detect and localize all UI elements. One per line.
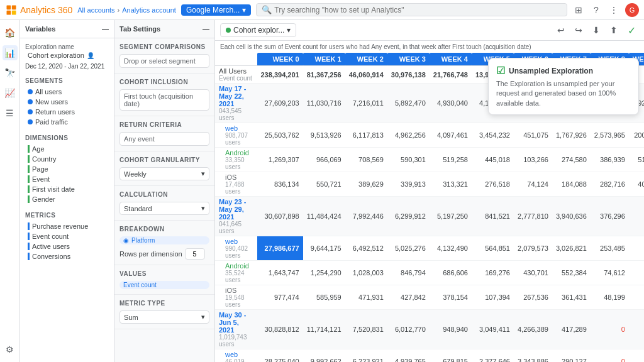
dimension-country[interactable]: Country <box>25 154 109 164</box>
metric-conversions[interactable]: Conversions <box>25 251 109 261</box>
table-row-platform: Android 33,350 users 1,269,307966,069708… <box>215 148 644 172</box>
breakdown-section: BREAKDOWN ◉ Platform Rows per dimension <box>114 221 214 265</box>
table-row-platform: web 990,402 users 27,986,6779,644,1756,4… <box>215 236 644 261</box>
segment-drop-field[interactable]: Drop or select segment <box>119 54 209 68</box>
cell-week6: 451,075 <box>514 123 552 148</box>
breadcrumb-analytics[interactable]: Analytics account <box>122 6 176 14</box>
redo-icon[interactable]: ↪ <box>571 23 586 38</box>
row-label: May 17 - May 22, 2021 043,545 users <box>215 84 257 123</box>
tab-settings-close-icon[interactable]: — <box>203 25 209 33</box>
segments-title: SEGMENTS <box>25 77 109 84</box>
granularity-select[interactable]: Weekly ▾ <box>119 167 209 180</box>
dimension-event[interactable]: Event <box>25 174 109 184</box>
breakdown-chip[interactable]: ◉ Platform <box>119 236 209 244</box>
more-icon[interactable]: ⋮ <box>608 4 620 16</box>
nav-advertising-icon[interactable]: 📈 <box>3 85 18 101</box>
cell-week3: 4,962,256 <box>387 123 430 148</box>
sidebar-collapse-icon[interactable]: — <box>102 25 109 33</box>
search-input[interactable] <box>274 6 562 14</box>
dim-bar <box>28 165 30 173</box>
popup-title: ☑ Unsampled Exploration <box>496 65 631 77</box>
segment-dot <box>28 119 33 124</box>
cell-week0: 30,607,898 <box>257 197 303 236</box>
dimensions-title: DIMENSIONS <box>25 134 109 141</box>
metric-bar <box>28 233 30 240</box>
segment-paid-traffic[interactable]: Paid traffic <box>25 117 109 127</box>
cell-week4: 4,097,461 <box>430 123 472 148</box>
breadcrumb-all-accounts[interactable]: All accounts <box>77 6 114 14</box>
cell-week7: 1,767,926 <box>552 123 591 148</box>
metric-purchase[interactable]: Purchase revenue <box>25 221 109 231</box>
return-criteria-section: RETURN CRITERIA Any event <box>114 116 214 151</box>
sidebar-header: Variables — <box>20 20 114 38</box>
cell-week1: 9,513,926 <box>303 123 345 148</box>
rows-input[interactable] <box>185 248 205 260</box>
calculation-select[interactable]: Standard ▾ <box>119 202 209 215</box>
dimension-page[interactable]: Page <box>25 164 109 174</box>
cell-week0: 836,134 <box>257 172 303 197</box>
segment-all-users[interactable]: All users <box>25 87 109 97</box>
cell-week1: 9,644,175 <box>303 236 345 261</box>
metric-event-count[interactable]: Event count <box>25 231 109 241</box>
dimension-age[interactable]: Age <box>25 144 109 154</box>
nav-configure-icon[interactable]: ☰ <box>3 106 18 121</box>
metric-type-select[interactable]: Sum ▾ <box>119 310 209 324</box>
nav-settings-icon[interactable]: ⚙ <box>3 342 18 357</box>
cell-week3: 6,012,770 <box>387 310 430 349</box>
row-label: Android 35,524 users <box>215 261 257 285</box>
cell-week3: 30,976,138 <box>387 66 430 84</box>
cell-week2: 46,060,914 <box>345 66 387 84</box>
cell-week4: 679,815 <box>430 349 472 363</box>
segment-comparisons-section: SEGMENT COMPARISONS Drop or select segme… <box>114 38 214 74</box>
cell-week0: 27,609,203 <box>257 84 303 123</box>
cell-week8: 48,199 <box>591 285 629 310</box>
exploration-name-value[interactable]: Cohort exploration 👤 <box>25 50 109 60</box>
cell-week3: 4,939,765 <box>387 349 430 363</box>
metric-bar <box>28 222 30 230</box>
segment-new-users[interactable]: New users <box>25 97 109 107</box>
main-layout: 🏠 📊 🔭 📈 ☰ ⚙ Variables — Exploration name… <box>0 20 644 362</box>
nav-explore-icon[interactable]: 🔭 <box>3 65 18 80</box>
done-icon[interactable]: ✓ <box>624 23 639 38</box>
account-name: Google Merch... <box>186 6 240 14</box>
nav-home-icon[interactable]: 🏠 <box>3 25 18 40</box>
cell-week2: 6,117,813 <box>345 123 387 148</box>
return-criteria-field[interactable]: Any event <box>119 132 209 146</box>
cell-week2: 7,216,011 <box>345 84 387 123</box>
cell-week0: 25,503,762 <box>257 123 303 148</box>
apps-icon[interactable]: ⊞ <box>572 4 585 16</box>
share-icon[interactable]: ⬆ <box>606 23 621 38</box>
cell-week2: 1,028,003 <box>345 261 387 285</box>
cell-week1: 966,069 <box>303 148 345 172</box>
tab-settings-panel: Tab Settings — SEGMENT COMPARISONS Drop … <box>114 20 215 362</box>
dim-bar <box>28 195 30 203</box>
row-label: iOS 17,488 users <box>215 172 257 197</box>
search-bar[interactable]: 🔍 <box>256 3 567 16</box>
segment-return-users[interactable]: Return users <box>25 107 109 117</box>
nav-reports-icon[interactable]: 📊 <box>3 45 18 60</box>
undo-icon[interactable]: ↩ <box>553 23 569 38</box>
help-icon[interactable]: ? <box>590 4 602 16</box>
account-icon[interactable]: G <box>625 3 639 17</box>
cell-week5: 564,851 <box>472 236 514 261</box>
download-icon[interactable]: ⬇ <box>589 23 604 38</box>
cohort-inclusion-field[interactable]: First touch (acquisition date) <box>119 89 209 111</box>
sidebar-title: Variables <box>25 25 55 33</box>
account-selector[interactable]: Google Merch... ▾ <box>181 4 251 16</box>
metric-active-users[interactable]: Active users <box>25 241 109 251</box>
toolbar-icons: ↩ ↪ ⬇ ⬆ ✓ <box>553 23 639 38</box>
cohort-dot <box>226 28 231 33</box>
svg-rect-1 <box>12 5 16 9</box>
unsampled-icon: ☑ <box>496 65 505 77</box>
cohort-label: Cohort explor... <box>233 26 284 35</box>
values-chip[interactable]: Event count <box>119 281 209 289</box>
dim-bar <box>28 175 30 183</box>
table-row-platform: web 46,019 users 28,275,0409,992,6626,22… <box>215 349 644 363</box>
calculation-title: CALCULATION <box>119 191 209 198</box>
dimension-gender[interactable]: Gender <box>25 194 109 204</box>
cohort-selector[interactable]: Cohort explor... ▾ <box>220 23 296 37</box>
dimension-first-visit[interactable]: First visit date <box>25 184 109 194</box>
values-section: VALUES Event count <box>114 265 214 295</box>
cell-week4: 4,930,040 <box>430 84 472 123</box>
cell-week1: 11,484,424 <box>303 197 345 236</box>
